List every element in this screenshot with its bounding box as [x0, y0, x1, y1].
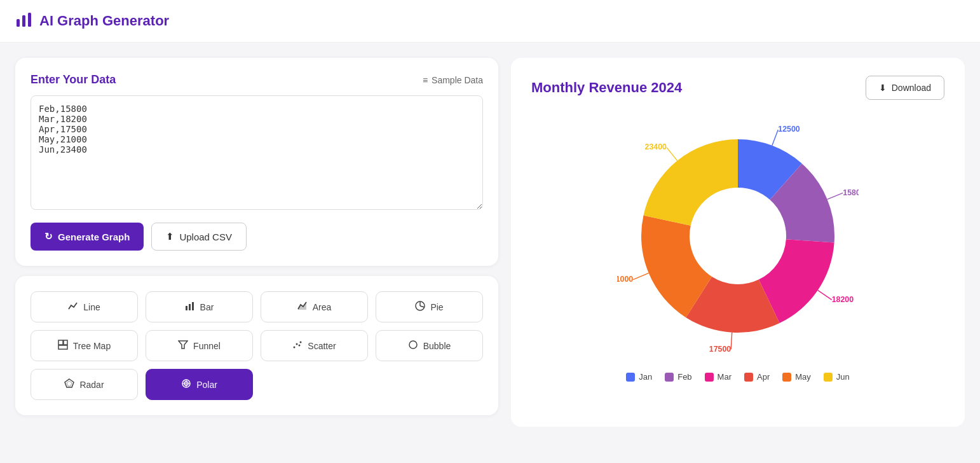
svg-point-14: [294, 347, 296, 349]
legend-label-apr: Apr: [757, 372, 770, 382]
svg-rect-2: [28, 13, 31, 27]
chart-type-label: Line: [83, 302, 100, 312]
filter-icon: ≡: [423, 75, 428, 85]
value-label-mar: 18200: [832, 295, 854, 304]
legend-dot-apr: [744, 373, 753, 382]
chart-type-funnel-button[interactable]: Funnel: [146, 330, 253, 361]
refresh-icon: ↻: [44, 231, 53, 242]
generate-graph-button[interactable]: ↻ Generate Graph: [31, 223, 144, 251]
legend-item-jun: Jun: [824, 372, 850, 382]
bubble-icon: [408, 340, 418, 352]
funnel-icon: [178, 340, 188, 352]
label-line-may: [633, 273, 649, 279]
chart-type-label: Funnel: [193, 341, 221, 351]
value-label-jun: 23400: [645, 142, 667, 151]
scatter-icon: [292, 340, 303, 352]
svg-rect-4: [189, 304, 191, 310]
upload-label: Upload CSV: [179, 232, 232, 242]
chart-type-line-button[interactable]: Line: [31, 291, 138, 322]
left-panel: Enter Your Data ≡ Sample Data ↻ Generate…: [15, 58, 498, 427]
right-panel: Monthly Revenue 2024 ⬇ Download 12500158…: [511, 58, 965, 427]
legend-label-feb: Feb: [677, 372, 691, 382]
svg-rect-12: [58, 345, 67, 349]
chart-type-bubble-button[interactable]: Bubble: [376, 330, 483, 361]
svg-rect-10: [58, 340, 63, 345]
chart-type-label: Bubble: [423, 341, 451, 351]
legend-item-mar: Mar: [705, 372, 732, 382]
data-input-card: Enter Your Data ≡ Sample Data ↻ Generate…: [15, 58, 498, 266]
label-line-apr: [731, 333, 732, 350]
chart-header: Monthly Revenue 2024 ⬇ Download: [531, 76, 944, 100]
chart-type-grid: LineBarAreaPieTree MapFunnelScatterBubbl…: [31, 291, 483, 400]
chart-type-radar-button[interactable]: Radar: [31, 369, 138, 400]
label-line-jan: [772, 130, 778, 146]
download-icon: ⬇: [879, 83, 887, 93]
svg-rect-0: [17, 19, 20, 27]
svg-point-17: [300, 342, 302, 343]
svg-rect-11: [64, 340, 67, 345]
chart-type-label: Radar: [79, 380, 104, 390]
value-label-feb: 15800: [843, 188, 859, 197]
download-button[interactable]: ⬇ Download: [866, 76, 944, 100]
upload-csv-button[interactable]: ⬆ Upload CSV: [151, 223, 247, 251]
svg-rect-3: [186, 306, 187, 310]
sample-data-button[interactable]: ≡ Sample Data: [423, 75, 483, 85]
donut-chart-svg: 125001580018200175002100023400: [617, 115, 859, 357]
pie-icon: [415, 301, 425, 313]
legend-label-jan: Jan: [639, 372, 652, 382]
data-input-textarea[interactable]: [31, 95, 483, 210]
line-icon: [68, 301, 78, 313]
download-label: Download: [892, 83, 931, 93]
chart-type-pie-button[interactable]: Pie: [376, 291, 483, 322]
label-line-feb: [827, 193, 843, 199]
legend-label-jun: Jun: [836, 372, 850, 382]
chart-type-area-button[interactable]: Area: [261, 291, 368, 322]
chart-type-treemap-button[interactable]: Tree Map: [31, 330, 138, 361]
radar-icon: [64, 378, 74, 390]
svg-point-15: [296, 343, 298, 345]
area-icon: [297, 301, 308, 313]
data-card-header: Enter Your Data ≡ Sample Data: [31, 73, 483, 86]
chart-area: 125001580018200175002100023400 JanFebMar…: [531, 115, 944, 382]
legend-dot-jun: [824, 373, 833, 382]
legend-item-feb: Feb: [665, 372, 691, 382]
chart-type-label: Polar: [196, 380, 217, 390]
legend-label-may: May: [795, 372, 811, 382]
svg-rect-1: [22, 15, 25, 27]
chart-types-card: LineBarAreaPieTree MapFunnelScatterBubbl…: [15, 276, 498, 415]
action-buttons: ↻ Generate Graph ⬆ Upload CSV: [31, 223, 483, 251]
legend-label-mar: Mar: [718, 372, 732, 382]
value-label-may: 21000: [617, 275, 633, 284]
upload-icon: ⬆: [166, 231, 174, 242]
chart-type-label: Area: [313, 302, 332, 312]
chart-type-polar-button[interactable]: Polar: [146, 369, 253, 400]
value-label-jan: 12500: [778, 125, 800, 134]
bar-icon: [185, 301, 195, 313]
app-title: AI Graph Generator: [39, 13, 169, 29]
generate-label: Generate Graph: [58, 232, 130, 242]
svg-point-16: [299, 345, 301, 347]
label-line-jun: [667, 148, 677, 161]
svg-line-9: [420, 306, 425, 307]
chart-type-label: Tree Map: [73, 341, 111, 351]
data-card-title: Enter Your Data: [31, 73, 116, 86]
svg-point-18: [409, 341, 417, 349]
value-label-apr: 17500: [709, 345, 731, 354]
legend-dot-jan: [626, 373, 635, 382]
legend-dot-mar: [705, 373, 714, 382]
chart-type-label: Scatter: [308, 341, 336, 351]
legend-item-jan: Jan: [626, 372, 652, 382]
svg-marker-13: [179, 341, 187, 349]
main-layout: Enter Your Data ≡ Sample Data ↻ Generate…: [0, 43, 980, 442]
chart-type-scatter-button[interactable]: Scatter: [261, 330, 368, 361]
legend-dot-feb: [665, 373, 674, 382]
legend-dot-may: [782, 373, 791, 382]
polar-icon: [181, 378, 191, 390]
chart-type-label: Pie: [430, 302, 443, 312]
app-logo-icon: [15, 10, 33, 32]
chart-type-bar-button[interactable]: Bar: [146, 291, 253, 322]
donut-chart-container: 125001580018200175002100023400: [617, 115, 859, 357]
sample-data-label: Sample Data: [432, 75, 483, 85]
legend-item-apr: Apr: [744, 372, 770, 382]
app-header: AI Graph Generator: [0, 0, 980, 43]
